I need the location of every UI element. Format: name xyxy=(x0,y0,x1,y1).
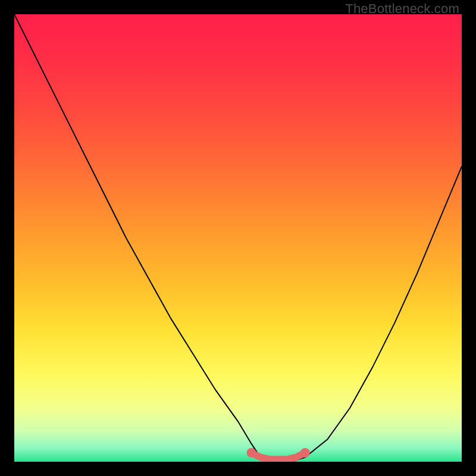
heatmap-background xyxy=(14,14,462,462)
svg-point-1 xyxy=(300,448,310,458)
watermark-text: TheBottleneck.com xyxy=(345,1,459,17)
svg-point-0 xyxy=(247,448,256,458)
chart-svg xyxy=(14,14,462,462)
chart-plot-area xyxy=(14,14,462,462)
